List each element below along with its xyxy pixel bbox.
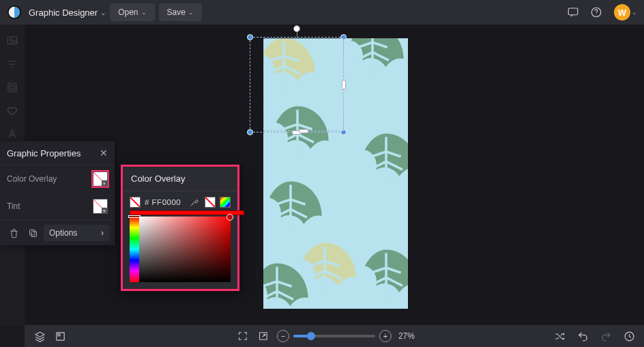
zoom-slider: − + 27% bbox=[277, 330, 415, 342]
resize-handle-e[interactable] bbox=[342, 80, 346, 89]
color-space-button[interactable] bbox=[220, 197, 231, 208]
selection-bounds-inner[interactable] bbox=[263, 38, 344, 131]
svg-point-5 bbox=[10, 39, 12, 41]
svg-point-3 bbox=[596, 14, 596, 15]
zoom-out-button[interactable]: − bbox=[277, 330, 289, 342]
expand-icon[interactable] bbox=[257, 329, 270, 343]
history-icon[interactable] bbox=[622, 329, 636, 343]
zoom-percent-label: 27% bbox=[398, 331, 415, 341]
panel-title: Graphic Properties bbox=[7, 148, 80, 158]
svg-rect-8 bbox=[31, 232, 37, 237]
eyedropper-icon[interactable] bbox=[190, 197, 201, 208]
svg-rect-9 bbox=[29, 230, 35, 235]
no-color-button[interactable] bbox=[205, 197, 216, 208]
layers-icon[interactable] bbox=[33, 329, 46, 343]
svg-rect-11 bbox=[57, 333, 59, 335]
hue-slider[interactable] bbox=[130, 217, 139, 282]
account-menu[interactable]: W ⌄ bbox=[614, 4, 637, 20]
color-overlay-label: Color Overlay bbox=[7, 174, 57, 184]
leaf-graphic bbox=[345, 127, 408, 209]
duplicate-icon[interactable] bbox=[25, 225, 41, 241]
options-button[interactable]: Options › bbox=[44, 225, 109, 241]
tint-label: Tint bbox=[7, 202, 20, 211]
rotate-handle[interactable] bbox=[293, 25, 300, 32]
panel-footer: Options › bbox=[0, 220, 115, 245]
app-logo-icon[interactable] bbox=[7, 5, 22, 20]
tool-heart-icon[interactable] bbox=[5, 104, 19, 117]
color-popover-title: Color Overlay bbox=[123, 167, 237, 191]
color-overlay-popover: Color Overlay # FF0000 bbox=[121, 165, 239, 291]
close-icon[interactable]: ✕ bbox=[100, 148, 108, 158]
leaf-graphic bbox=[345, 243, 408, 309]
open-button-label: Open bbox=[118, 8, 138, 17]
chevron-down-icon: ▾ bbox=[102, 180, 107, 186]
tool-filter-icon[interactable] bbox=[5, 57, 19, 71]
tint-swatch[interactable]: ▾ bbox=[93, 199, 108, 214]
leaf-graphic bbox=[263, 257, 318, 309]
tint-row[interactable]: Tint ▾ bbox=[0, 193, 115, 220]
zoom-knob[interactable] bbox=[307, 332, 315, 340]
graphic-properties-panel: Graphic Properties ✕ Color Overlay ▾ Tin… bbox=[0, 141, 115, 245]
canvas-area[interactable] bbox=[25, 25, 644, 325]
chevron-down-icon: ⌄ bbox=[188, 9, 194, 16]
sv-cursor[interactable] bbox=[226, 214, 233, 221]
resize-handle-s[interactable] bbox=[299, 129, 308, 133]
trash-icon[interactable] bbox=[5, 225, 22, 241]
chevron-right-icon: › bbox=[101, 228, 104, 238]
shuffle-icon[interactable] bbox=[553, 329, 566, 343]
resize-handle-nw[interactable] bbox=[247, 34, 253, 40]
color-popover-controls: # FF0000 bbox=[123, 191, 237, 210]
bottom-bar: − + 27% bbox=[25, 325, 644, 347]
color-overlay-row[interactable]: Color Overlay ▾ bbox=[0, 165, 115, 193]
svg-rect-6 bbox=[8, 83, 16, 92]
options-label: Options bbox=[49, 228, 77, 238]
app-title-menu[interactable]: Graphic Designer ⌄ bbox=[29, 8, 106, 18]
panel-header: Graphic Properties ✕ bbox=[0, 141, 115, 165]
avatar: W bbox=[614, 4, 630, 20]
redo-icon bbox=[599, 329, 613, 343]
svg-rect-7 bbox=[10, 85, 14, 89]
app-title-text: Graphic Designer bbox=[29, 8, 98, 18]
fit-screen-icon[interactable] bbox=[236, 329, 250, 343]
svg-rect-1 bbox=[568, 8, 578, 15]
chevron-down-icon: ⌄ bbox=[141, 9, 147, 16]
open-button[interactable]: Open ⌄ bbox=[110, 3, 154, 21]
color-picker-body bbox=[123, 217, 237, 289]
top-bar: Graphic Designer ⌄ Open ⌄ Save ⌄ W ⌄ bbox=[0, 0, 644, 25]
undo-icon[interactable] bbox=[576, 329, 589, 343]
chevron-down-icon: ⌄ bbox=[632, 9, 637, 16]
tool-text-icon[interactable] bbox=[5, 127, 19, 141]
zoom-track[interactable] bbox=[293, 335, 375, 337]
chevron-down-icon: ▾ bbox=[102, 208, 107, 213]
color-overlay-swatch[interactable]: ▾ bbox=[93, 171, 108, 186]
tool-image-icon[interactable] bbox=[5, 34, 19, 48]
chat-icon[interactable] bbox=[564, 3, 583, 22]
page-preview-icon[interactable] bbox=[53, 329, 67, 343]
current-color-swatch[interactable] bbox=[130, 197, 141, 208]
zoom-in-button[interactable]: + bbox=[379, 330, 392, 342]
save-button-label: Save bbox=[167, 8, 186, 17]
hex-input[interactable]: # FF0000 bbox=[145, 198, 186, 206]
save-button[interactable]: Save ⌄ bbox=[159, 3, 202, 21]
help-icon[interactable] bbox=[587, 3, 606, 22]
saturation-value-field[interactable] bbox=[139, 217, 231, 282]
chevron-down-icon: ⌄ bbox=[100, 9, 106, 16]
resize-handle-sw[interactable] bbox=[247, 129, 253, 135]
tool-frame-icon[interactable] bbox=[5, 81, 19, 94]
